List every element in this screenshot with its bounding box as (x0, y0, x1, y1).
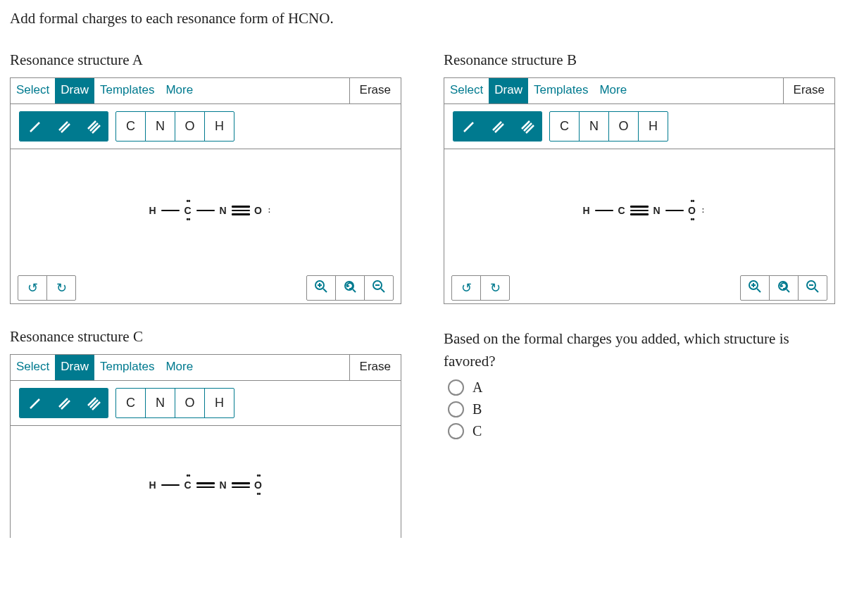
redo-icon: ↻ (490, 280, 501, 296)
radio-options: A B C (444, 379, 835, 439)
erase-button[interactable]: Erase (349, 355, 401, 380)
erase-button[interactable]: Erase (349, 78, 401, 103)
panel-a: Resonance structure A Select Draw Templa… (10, 51, 401, 304)
redo-button[interactable]: ↻ (480, 276, 509, 300)
atom-h: H (149, 205, 157, 216)
editor-b-bottombar: ↺ ↻ (444, 272, 834, 303)
zoom-reset-icon (343, 279, 357, 297)
zoom-group (740, 275, 827, 301)
radio-option-a[interactable]: A (448, 379, 835, 396)
tab-more[interactable]: More (594, 78, 632, 103)
tab-draw[interactable]: Draw (55, 78, 94, 103)
atom-o-button[interactable]: O (175, 112, 204, 141)
atom-o-button[interactable]: O (175, 389, 204, 417)
zoom-in-button[interactable] (307, 276, 335, 300)
radio-option-c[interactable]: C (448, 423, 835, 439)
radio-option-b[interactable]: B (448, 401, 835, 417)
bond-single-icon (161, 206, 180, 215)
atom-n: N (219, 479, 227, 491)
zoom-group (306, 275, 394, 301)
atom-c-button[interactable]: C (116, 112, 145, 141)
zoom-reset-button[interactable] (769, 276, 798, 300)
triple-bond-button[interactable] (78, 389, 108, 417)
atom-h-button[interactable]: H (204, 389, 234, 417)
tab-select[interactable]: Select (11, 78, 55, 103)
double-bond-button[interactable] (482, 112, 512, 141)
canvas-a[interactable]: H ••C•• N O: (11, 149, 401, 272)
tab-select[interactable]: Select (11, 355, 55, 380)
radio-label: A (472, 379, 482, 396)
atom-n: N (219, 205, 227, 216)
radio-circle-icon[interactable] (448, 379, 464, 396)
zoom-in-button[interactable] (741, 276, 769, 300)
tab-templates[interactable]: Templates (528, 78, 594, 103)
zoom-out-icon (372, 279, 386, 297)
double-bond-button[interactable] (49, 112, 78, 141)
tab-templates[interactable]: Templates (94, 355, 160, 380)
atom-o: ••O••: (688, 205, 696, 216)
molecule-b: H C N ••O••: (582, 205, 696, 216)
undo-button[interactable]: ↺ (452, 276, 480, 300)
editor-c-topbar: Select Draw Templates More Erase (11, 355, 401, 381)
svg-line-31 (59, 398, 68, 407)
redo-icon: ↻ (56, 280, 67, 296)
editor-b: Select Draw Templates More Erase C N O H (444, 77, 835, 304)
panel-b-title: Resonance structure B (444, 51, 835, 69)
tab-select[interactable]: Select (444, 78, 489, 103)
canvas-c[interactable]: H ••C N ••O•• (11, 432, 401, 538)
tab-draw[interactable]: Draw (55, 355, 94, 380)
bond-group (19, 388, 108, 418)
prompt-text: Add formal charges to each resonance for… (10, 10, 835, 27)
bond-double-icon (232, 480, 250, 490)
undo-icon: ↺ (461, 280, 472, 296)
editor-a-topbar: Select Draw Templates More Erase (11, 78, 401, 104)
erase-button[interactable]: Erase (783, 78, 834, 103)
undo-redo-group: ↺ ↻ (18, 275, 76, 301)
double-bond-button[interactable] (49, 389, 78, 417)
molecule-a: H ••C•• N O: (149, 205, 263, 216)
bond-double-icon (196, 480, 215, 490)
atom-c-button[interactable]: C (550, 112, 579, 141)
atom-c: C (618, 205, 626, 216)
svg-line-13 (381, 289, 384, 292)
panel-a-title: Resonance structure A (10, 51, 401, 69)
zoom-in-icon (314, 279, 328, 297)
triple-bond-button[interactable] (78, 112, 108, 141)
atom-group: C N O H (115, 388, 234, 418)
triple-bond-button[interactable] (512, 112, 542, 141)
atom-o-button[interactable]: O (608, 112, 638, 141)
tab-more[interactable]: More (160, 78, 199, 103)
atom-h-button[interactable]: H (204, 112, 234, 141)
atom-n-button[interactable]: N (145, 389, 175, 417)
atom-h-button[interactable]: H (638, 112, 668, 141)
bond-group (19, 111, 108, 142)
editor-b-tools: C N O H (444, 104, 834, 149)
zoom-reset-button[interactable] (335, 276, 364, 300)
zoom-out-icon (806, 279, 820, 297)
zoom-out-button[interactable] (364, 276, 393, 300)
question-text: Based on the formal charges you added, w… (444, 328, 835, 372)
bond-triple-icon (232, 206, 250, 215)
atom-n-button[interactable]: N (579, 112, 608, 141)
question-panel: Based on the formal charges you added, w… (444, 328, 835, 538)
svg-line-7 (323, 289, 327, 292)
zoom-in-icon (748, 279, 762, 297)
single-bond-button[interactable] (20, 389, 49, 417)
radio-circle-icon[interactable] (448, 401, 464, 417)
redo-button[interactable]: ↻ (46, 276, 75, 300)
single-bond-button[interactable] (453, 112, 482, 141)
bond-group (453, 111, 542, 142)
canvas-b[interactable]: H C N ••O••: (444, 149, 834, 272)
panel-c-title: Resonance structure C (10, 328, 401, 346)
atom-n-button[interactable]: N (145, 112, 175, 141)
zoom-out-button[interactable] (798, 276, 827, 300)
atom-o: ••O•• (254, 479, 263, 491)
tab-templates[interactable]: Templates (94, 78, 160, 103)
single-bond-button[interactable] (20, 112, 49, 141)
radio-circle-icon[interactable] (448, 423, 464, 439)
tab-more[interactable]: More (160, 355, 199, 380)
undo-button[interactable]: ↺ (18, 276, 46, 300)
svg-line-32 (61, 401, 70, 409)
atom-c-button[interactable]: C (116, 389, 145, 417)
tab-draw[interactable]: Draw (489, 78, 528, 103)
